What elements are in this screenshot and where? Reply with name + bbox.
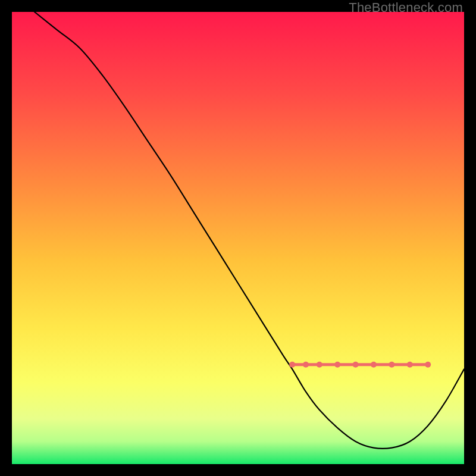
optimal-region-dot — [303, 362, 309, 368]
optimal-region-dot — [289, 362, 295, 368]
optimal-region-dot — [389, 362, 394, 368]
optimal-region-dot — [317, 362, 322, 368]
optimal-region-dot — [334, 362, 340, 368]
bottleneck-chart — [12, 12, 464, 464]
watermark-text: TheBottleneck.com — [349, 0, 463, 15]
optimal-region-dot — [371, 362, 377, 368]
optimal-region-dot — [407, 362, 413, 368]
chart-frame — [12, 12, 464, 464]
gradient-background — [12, 12, 464, 464]
optimal-region-dot — [353, 362, 359, 368]
optimal-region-dot — [425, 362, 431, 368]
